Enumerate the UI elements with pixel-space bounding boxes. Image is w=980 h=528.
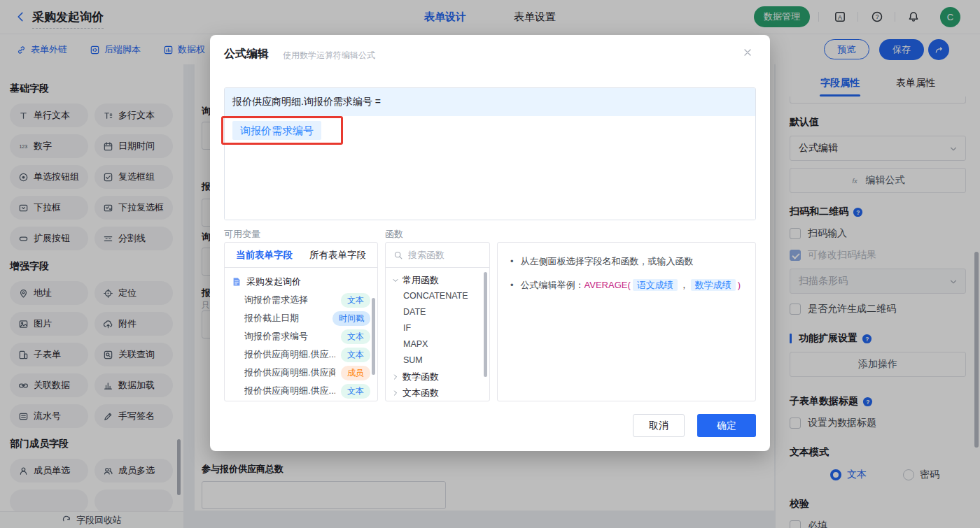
function-item[interactable]: DATE: [386, 304, 489, 320]
form-doc-icon: [232, 277, 241, 287]
variable-row[interactable]: 询报价需求选择 文本: [225, 291, 377, 309]
chevron-right-icon: [391, 389, 400, 397]
tree-form-node[interactable]: 采购发起询价: [225, 273, 377, 291]
type-badge: 时间戳: [332, 311, 370, 326]
formula-editor-modal: 公式编辑 使用数学运算符编辑公式 报价供应商明细.询报价需求编号 = 询报价需求…: [210, 35, 770, 451]
variable-row[interactable]: 报价供应商明细.供应商 成员: [225, 364, 377, 382]
variable-row[interactable]: 报价供应商明细.供应... 文本: [225, 345, 377, 364]
function-search-input[interactable]: [408, 250, 478, 260]
type-badge: 成员: [341, 366, 370, 380]
function-group[interactable]: 文本函数: [386, 385, 489, 401]
search-icon: [393, 250, 403, 260]
variable-row[interactable]: 报价供应商明细.供应... 文本: [225, 382, 377, 400]
help-line-1: • 从左侧面板选择字段名和函数，或输入函数: [510, 254, 744, 269]
functions-panel: 常用函数 CONCATENATEDATEIFMAPXSUM 数学函数 文本函数: [385, 242, 490, 401]
confirm-button[interactable]: 确定: [697, 414, 756, 437]
tab-all-form-fields[interactable]: 所有表单字段: [309, 249, 366, 262]
formula-field-chip[interactable]: 询报价需求编号: [232, 121, 321, 140]
modal-subtitle: 使用数学运算符编辑公式: [283, 50, 375, 62]
variable-row[interactable]: 报价截止日期 时间戳: [225, 309, 377, 327]
function-group[interactable]: 常用函数: [386, 272, 489, 288]
formula-box: 报价供应商明细.询报价需求编号 = 询报价需求编号: [224, 87, 756, 220]
function-group[interactable]: 数学函数: [386, 369, 489, 385]
help-panel: • 从左侧面板选择字段名和函数，或输入函数 • 公式编辑举例：AVERAGE(语…: [497, 242, 756, 401]
help-line-2: • 公式编辑举例：AVERAGE(语文成绩，数学成绩): [510, 278, 744, 292]
variables-label: 可用变量: [224, 228, 260, 241]
tab-current-form-fields[interactable]: 当前表单字段: [236, 249, 293, 262]
function-item[interactable]: SUM: [386, 352, 489, 369]
functions-label: 函数: [385, 228, 403, 241]
type-badge: 文本: [341, 329, 370, 344]
close-icon[interactable]: [742, 47, 753, 58]
type-badge: 文本: [341, 384, 370, 399]
function-search: [386, 243, 489, 268]
example-function-name: AVERAGE: [584, 280, 628, 290]
modal-title: 公式编辑: [224, 47, 269, 62]
variable-row[interactable]: 询报价需求编号 文本: [225, 327, 377, 345]
app-root: 采购发起询价 表单设计 表单设置 数据管理 A ? C 表单外链 后端脚本 数据…: [0, 0, 980, 528]
variables-panel: 当前表单字段 所有表单字段 采购发起询价 询报价需求选择 文本 报价截止日期 时…: [224, 242, 378, 401]
type-badge: 文本: [341, 348, 370, 362]
cancel-button[interactable]: 取消: [633, 414, 685, 437]
chevron-right-icon: [391, 373, 400, 381]
type-badge: 文本: [341, 293, 370, 308]
function-item[interactable]: IF: [386, 320, 489, 336]
example-arg-chip: 数学成绩: [691, 279, 736, 291]
chevron-down-icon: [391, 276, 400, 285]
formula-editor[interactable]: 询报价需求编号: [225, 116, 755, 220]
function-item[interactable]: CONCATENATE: [386, 288, 489, 304]
formula-target: 报价供应商明细.询报价需求编号 =: [225, 88, 755, 116]
variables-scrollbar[interactable]: [372, 298, 375, 375]
function-item[interactable]: MAPX: [386, 336, 489, 352]
functions-scrollbar[interactable]: [484, 272, 487, 377]
example-arg-chip: 语文成绩: [633, 279, 678, 291]
